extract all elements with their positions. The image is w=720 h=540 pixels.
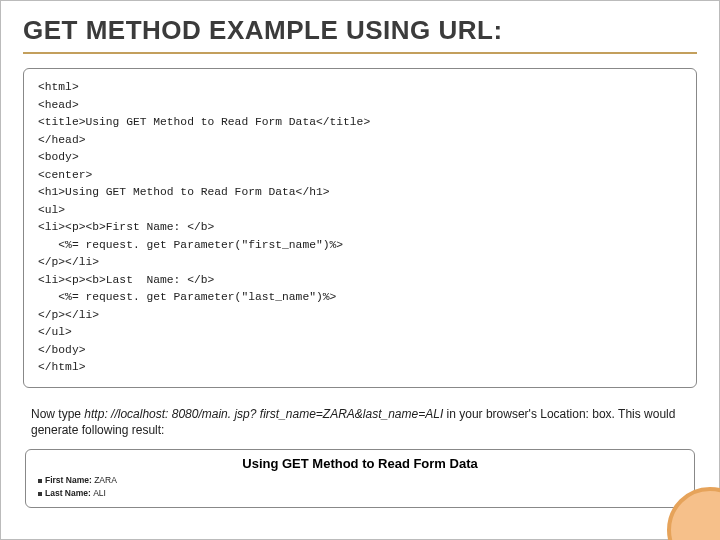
result-box: Using GET Method to Read Form Data First… [25,449,695,508]
result-line-last: Last Name: ALI [38,488,682,498]
first-name-value: ZARA [94,475,117,485]
last-name-value: ALI [93,488,106,498]
instruction-url: http: //localhost: 8080/main. jsp? first… [84,407,443,421]
code-block: <html> <head> <title>Using GET Method to… [23,68,697,388]
bullet-icon [38,479,42,483]
result-heading: Using GET Method to Read Form Data [38,456,682,471]
instruction-text: Now type http: //localhost: 8080/main. j… [31,406,689,440]
slide: GET METHOD EXAMPLE USING URL: <html> <he… [0,0,720,540]
first-name-label: First Name: [45,475,94,485]
result-line-first: First Name: ZARA [38,475,682,485]
page-title: GET METHOD EXAMPLE USING URL: [23,15,697,54]
instruction-pre: Now type [31,407,84,421]
bullet-icon [38,492,42,496]
last-name-label: Last Name: [45,488,93,498]
